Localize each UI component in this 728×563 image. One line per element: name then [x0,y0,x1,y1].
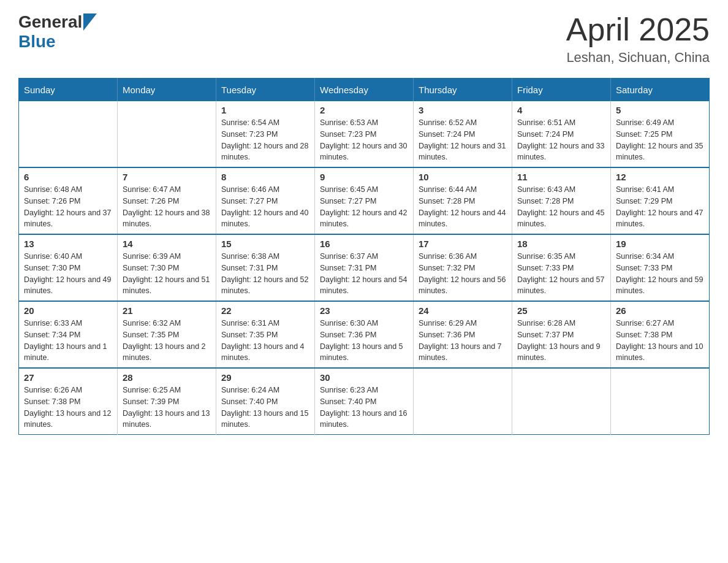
day-number: 12 [616,172,704,182]
day-info: Sunrise: 6:52 AM Sunset: 7:24 PM Dayligh… [419,117,507,163]
day-number: 6 [24,172,112,182]
day-number: 9 [320,172,408,182]
day-info: Sunrise: 6:40 AM Sunset: 7:30 PM Dayligh… [24,251,112,297]
calendar-empty-cell [414,368,512,435]
calendar-day-cell: 16Sunrise: 6:37 AM Sunset: 7:31 PM Dayli… [315,234,414,301]
calendar-day-cell: 19Sunrise: 6:34 AM Sunset: 7:33 PM Dayli… [611,234,710,301]
day-number: 28 [123,372,211,383]
day-info: Sunrise: 6:24 AM Sunset: 7:40 PM Dayligh… [221,385,309,431]
header-sunday: Sunday [19,79,118,102]
day-info: Sunrise: 6:49 AM Sunset: 7:25 PM Dayligh… [616,117,704,163]
header-thursday: Thursday [414,79,512,102]
header-monday: Monday [118,79,216,102]
day-info: Sunrise: 6:44 AM Sunset: 7:28 PM Dayligh… [419,184,507,230]
calendar-day-cell: 26Sunrise: 6:27 AM Sunset: 7:38 PM Dayli… [611,301,710,368]
day-number: 17 [419,239,507,249]
calendar-day-cell: 3Sunrise: 6:52 AM Sunset: 7:24 PM Daylig… [414,101,512,167]
day-info: Sunrise: 6:26 AM Sunset: 7:38 PM Dayligh… [24,385,112,431]
day-number: 13 [24,239,112,249]
day-info: Sunrise: 6:54 AM Sunset: 7:23 PM Dayligh… [221,117,309,163]
calendar-day-cell: 27Sunrise: 6:26 AM Sunset: 7:38 PM Dayli… [19,368,118,435]
calendar-week-row: 20Sunrise: 6:33 AM Sunset: 7:34 PM Dayli… [19,301,710,368]
day-info: Sunrise: 6:51 AM Sunset: 7:24 PM Dayligh… [517,117,605,163]
day-number: 29 [221,372,309,383]
day-number: 25 [517,305,605,316]
day-number: 3 [419,105,507,115]
calendar-title: April 2025 [566,12,710,47]
day-info: Sunrise: 6:37 AM Sunset: 7:31 PM Dayligh… [320,251,408,297]
calendar-empty-cell [118,101,216,167]
svg-marker-0 [83,13,97,31]
day-info: Sunrise: 6:33 AM Sunset: 7:34 PM Dayligh… [24,318,112,364]
day-number: 11 [517,172,605,182]
day-info: Sunrise: 6:53 AM Sunset: 7:23 PM Dayligh… [320,117,408,163]
day-number: 5 [616,105,704,115]
calendar-day-cell: 22Sunrise: 6:31 AM Sunset: 7:35 PM Dayli… [216,301,315,368]
calendar-day-cell: 30Sunrise: 6:23 AM Sunset: 7:40 PM Dayli… [315,368,414,435]
day-number: 10 [419,172,507,182]
day-info: Sunrise: 6:38 AM Sunset: 7:31 PM Dayligh… [221,251,309,297]
day-number: 18 [517,239,605,249]
calendar-day-cell: 29Sunrise: 6:24 AM Sunset: 7:40 PM Dayli… [216,368,315,435]
day-info: Sunrise: 6:23 AM Sunset: 7:40 PM Dayligh… [320,385,408,431]
day-info: Sunrise: 6:28 AM Sunset: 7:37 PM Dayligh… [517,318,605,364]
calendar-day-cell: 13Sunrise: 6:40 AM Sunset: 7:30 PM Dayli… [19,234,118,301]
calendar-week-row: 1Sunrise: 6:54 AM Sunset: 7:23 PM Daylig… [19,101,710,167]
calendar-day-cell: 14Sunrise: 6:39 AM Sunset: 7:30 PM Dayli… [118,234,216,301]
day-number: 4 [517,105,605,115]
day-number: 19 [616,239,704,249]
day-info: Sunrise: 6:45 AM Sunset: 7:27 PM Dayligh… [320,184,408,230]
calendar-day-cell: 23Sunrise: 6:30 AM Sunset: 7:36 PM Dayli… [315,301,414,368]
calendar-day-cell: 24Sunrise: 6:29 AM Sunset: 7:36 PM Dayli… [414,301,512,368]
day-number: 30 [320,372,408,383]
day-info: Sunrise: 6:48 AM Sunset: 7:26 PM Dayligh… [24,184,112,230]
logo: General Blue [18,12,97,52]
header-saturday: Saturday [611,79,710,102]
day-info: Sunrise: 6:31 AM Sunset: 7:35 PM Dayligh… [221,318,309,364]
day-info: Sunrise: 6:47 AM Sunset: 7:26 PM Dayligh… [123,184,211,230]
day-info: Sunrise: 6:25 AM Sunset: 7:39 PM Dayligh… [123,385,211,431]
day-info: Sunrise: 6:36 AM Sunset: 7:32 PM Dayligh… [419,251,507,297]
calendar-day-cell: 20Sunrise: 6:33 AM Sunset: 7:34 PM Dayli… [19,301,118,368]
day-number: 8 [221,172,309,182]
day-number: 16 [320,239,408,249]
calendar-day-cell: 1Sunrise: 6:54 AM Sunset: 7:23 PM Daylig… [216,101,315,167]
calendar-day-cell: 2Sunrise: 6:53 AM Sunset: 7:23 PM Daylig… [315,101,414,167]
calendar-day-cell: 15Sunrise: 6:38 AM Sunset: 7:31 PM Dayli… [216,234,315,301]
calendar-table: SundayMondayTuesdayWednesdayThursdayFrid… [18,78,710,435]
calendar-header-row: SundayMondayTuesdayWednesdayThursdayFrid… [19,79,710,102]
page-header: General Blue April 2025 Leshan, Sichuan,… [18,12,710,66]
header-wednesday: Wednesday [315,79,414,102]
day-number: 1 [221,105,309,115]
logo-general-text: General [18,12,82,32]
day-info: Sunrise: 6:34 AM Sunset: 7:33 PM Dayligh… [616,251,704,297]
day-number: 24 [419,305,507,316]
title-area: April 2025 Leshan, Sichuan, China [566,12,710,66]
calendar-day-cell: 5Sunrise: 6:49 AM Sunset: 7:25 PM Daylig… [611,101,710,167]
day-number: 22 [221,305,309,316]
day-number: 27 [24,372,112,383]
day-info: Sunrise: 6:30 AM Sunset: 7:36 PM Dayligh… [320,318,408,364]
calendar-empty-cell [611,368,710,435]
day-info: Sunrise: 6:35 AM Sunset: 7:33 PM Dayligh… [517,251,605,297]
calendar-week-row: 27Sunrise: 6:26 AM Sunset: 7:38 PM Dayli… [19,368,710,435]
day-number: 21 [123,305,211,316]
day-number: 15 [221,239,309,249]
calendar-week-row: 6Sunrise: 6:48 AM Sunset: 7:26 PM Daylig… [19,167,710,234]
header-tuesday: Tuesday [216,79,315,102]
day-info: Sunrise: 6:32 AM Sunset: 7:35 PM Dayligh… [123,318,211,364]
calendar-day-cell: 25Sunrise: 6:28 AM Sunset: 7:37 PM Dayli… [512,301,611,368]
day-number: 14 [123,239,211,249]
calendar-day-cell: 10Sunrise: 6:44 AM Sunset: 7:28 PM Dayli… [414,167,512,234]
day-info: Sunrise: 6:41 AM Sunset: 7:29 PM Dayligh… [616,184,704,230]
day-number: 20 [24,305,112,316]
day-number: 2 [320,105,408,115]
calendar-day-cell: 17Sunrise: 6:36 AM Sunset: 7:32 PM Dayli… [414,234,512,301]
day-number: 26 [616,305,704,316]
calendar-day-cell: 18Sunrise: 6:35 AM Sunset: 7:33 PM Dayli… [512,234,611,301]
day-info: Sunrise: 6:46 AM Sunset: 7:27 PM Dayligh… [221,184,309,230]
day-info: Sunrise: 6:43 AM Sunset: 7:28 PM Dayligh… [517,184,605,230]
calendar-empty-cell [19,101,118,167]
calendar-day-cell: 12Sunrise: 6:41 AM Sunset: 7:29 PM Dayli… [611,167,710,234]
calendar-day-cell: 4Sunrise: 6:51 AM Sunset: 7:24 PM Daylig… [512,101,611,167]
